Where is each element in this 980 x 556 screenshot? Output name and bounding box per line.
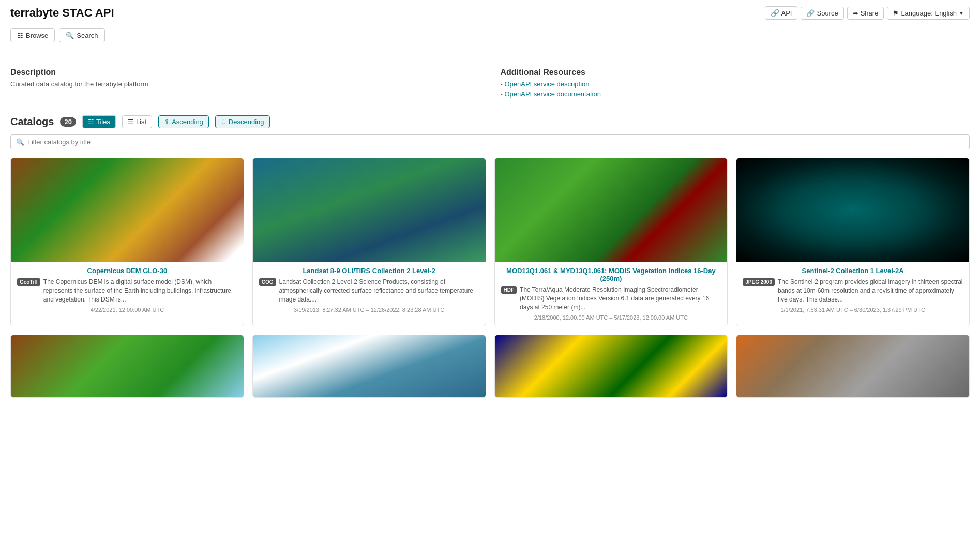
chevron-down-icon: ▼ — [959, 10, 964, 16]
card-meta: HDF The Terra/Aqua Moderate Resolution I… — [501, 285, 721, 311]
card-meta: COG Landsat Collection 2 Level-2 Science… — [259, 278, 479, 304]
catalog-card: Copernicus DEM GLO-30 GeoTiff The Copern… — [10, 158, 244, 326]
flag-icon: ⚑ — [893, 9, 899, 17]
catalog-card-image — [736, 158, 969, 262]
card-date: 1/1/2021, 7:53:31 AM UTC – 6/30/2023, 1:… — [743, 307, 963, 313]
catalog-card-body: Sentinel-2 Collection 1 Level-2A JPEG 20… — [736, 262, 969, 318]
catalog-grid: Copernicus DEM GLO-30 GeoTiff The Copern… — [10, 158, 970, 398]
description-heading: Description — [10, 68, 480, 77]
list-button[interactable]: ☰ List — [122, 115, 152, 128]
share-button[interactable]: ➦ Share — [847, 7, 884, 20]
catalog-card: Sentinel-2 Collection 1 Level-2A JPEG 20… — [736, 158, 970, 326]
catalog-card-image — [495, 158, 728, 262]
catalogs-header: Catalogs 20 ☷ Tiles ☰ List ⇧ Ascending ⇩… — [10, 115, 970, 128]
catalog-card-image — [11, 335, 244, 397]
card-date: 3/19/2013, 8:27:32 AM UTC – 12/26/2022, … — [259, 307, 479, 313]
catalog-card — [494, 335, 728, 398]
resources-heading: Additional Resources — [501, 68, 970, 77]
filter-search-icon: 🔍 — [16, 138, 24, 146]
card-meta: GeoTiff The Copernicus DEM is a digital … — [17, 278, 237, 304]
card-description: The Sentinel-2 program provides global i… — [778, 278, 963, 304]
catalog-card-title[interactable]: Copernicus DEM GLO-30 — [17, 267, 237, 275]
api-button[interactable]: 🔗 API — [765, 6, 798, 20]
list-icon: ☰ — [128, 118, 134, 126]
card-description: The Copernicus DEM is a digital surface … — [43, 278, 237, 304]
browse-button[interactable]: ☷ Browse — [10, 28, 55, 42]
language-button[interactable]: ⚑ Language: English ▼ — [887, 7, 970, 20]
card-date: 2/18/2000, 12:00:00 AM UTC – 5/17/2023, … — [501, 314, 721, 321]
tiles-button[interactable]: ☷ Tiles — [82, 115, 116, 128]
source-icon: 🔗 — [806, 9, 815, 17]
browse-icon: ☷ — [17, 32, 23, 39]
resource-link-1[interactable]: OpenAPI service description — [501, 80, 970, 88]
catalog-card-image — [253, 158, 486, 262]
ascending-icon: ⇧ — [164, 118, 170, 126]
search-button[interactable]: 🔍 Search — [59, 28, 104, 42]
catalog-card-image — [736, 335, 969, 397]
catalog-card: MOD13Q1.061 & MYD13Q1.061: MODIS Vegetat… — [494, 158, 728, 326]
catalog-card — [736, 335, 970, 398]
format-badge: HDF — [501, 286, 517, 294]
catalog-card: Landsat 8-9 OLI/TIRS Collection 2 Level-… — [252, 158, 486, 326]
description-text: Curated data catalog for the terrabyte p… — [10, 80, 480, 88]
format-badge: COG — [259, 278, 276, 286]
catalog-card-title[interactable]: Sentinel-2 Collection 1 Level-2A — [743, 267, 963, 275]
filter-input[interactable] — [27, 138, 964, 146]
catalogs-title: Catalogs — [10, 116, 54, 128]
tiles-icon: ☷ — [88, 118, 94, 126]
catalog-card-body: MOD13Q1.061 & MYD13Q1.061: MODIS Vegetat… — [495, 262, 728, 326]
catalogs-count: 20 — [60, 117, 76, 127]
header-actions: 🔗 API 🔗 Source ➦ Share ⚑ Language: Engli… — [765, 6, 970, 20]
filter-bar: 🔍 — [10, 134, 970, 149]
description-block: Description Curated data catalog for the… — [10, 68, 480, 100]
header: terrabyte STAC API 🔗 API 🔗 Source ➦ Shar… — [0, 0, 980, 24]
format-badge: GeoTiff — [17, 278, 40, 286]
card-description: Landsat Collection 2 Level-2 Science Pro… — [279, 278, 479, 304]
catalog-card-image — [495, 335, 728, 397]
descending-icon: ⇩ — [221, 118, 227, 126]
catalog-card — [252, 335, 486, 398]
catalog-card-body: Copernicus DEM GLO-30 GeoTiff The Copern… — [11, 262, 244, 318]
format-badge: JPEG 2000 — [743, 278, 775, 286]
card-date: 4/22/2021, 12:00:00 AM UTC — [17, 307, 237, 313]
search-icon: 🔍 — [66, 32, 74, 39]
catalog-card-title[interactable]: MOD13Q1.061 & MYD13Q1.061: MODIS Vegetat… — [501, 267, 721, 282]
info-section: Description Curated data catalog for the… — [10, 68, 970, 100]
card-description: The Terra/Aqua Moderate Resolution Imagi… — [520, 285, 721, 311]
site-title: terrabyte STAC API — [10, 6, 114, 20]
catalog-card-body: Landsat 8-9 OLI/TIRS Collection 2 Level-… — [253, 262, 486, 318]
catalog-card — [10, 335, 244, 398]
resources-block: Additional Resources OpenAPI service des… — [501, 68, 970, 100]
share-icon: ➦ — [853, 9, 858, 17]
catalog-card-image — [11, 158, 244, 262]
descending-button[interactable]: ⇩ Descending — [215, 115, 270, 128]
ascending-button[interactable]: ⇧ Ascending — [158, 115, 209, 128]
nav-bar: ☷ Browse 🔍 Search — [0, 24, 980, 47]
main-content: Description Curated data catalog for the… — [0, 57, 980, 408]
catalog-card-image — [253, 335, 486, 397]
source-button[interactable]: 🔗 Source — [801, 7, 843, 20]
resource-link-2[interactable]: OpenAPI service documentation — [501, 90, 970, 98]
api-icon: 🔗 — [771, 9, 779, 17]
catalog-card-title[interactable]: Landsat 8-9 OLI/TIRS Collection 2 Level-… — [259, 267, 479, 275]
card-meta: JPEG 2000 The Sentinel-2 program provide… — [743, 278, 963, 304]
